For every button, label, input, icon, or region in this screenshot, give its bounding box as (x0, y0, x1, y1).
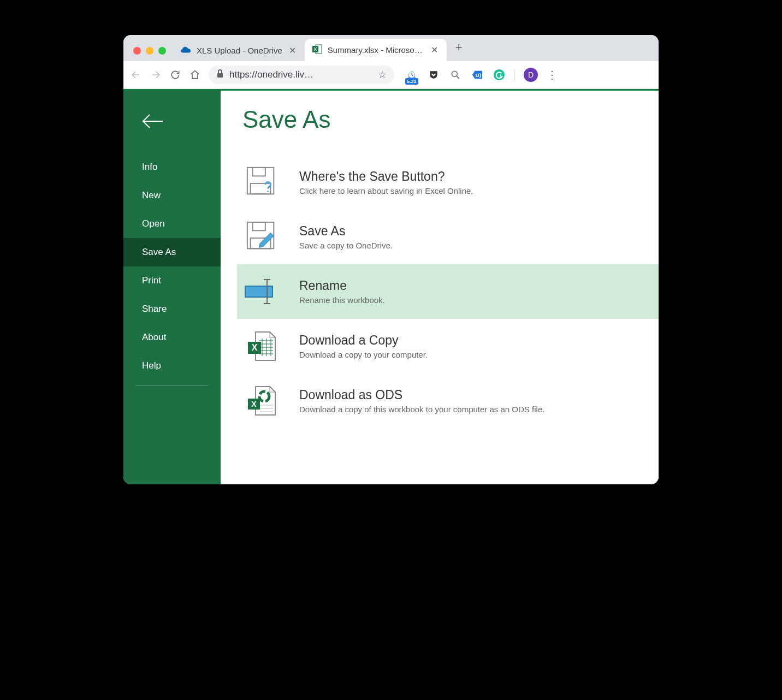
option-title: Save As (299, 224, 393, 239)
tab-title: Summary.xlsx - Microsoft E (328, 45, 424, 55)
option-title: Download as ODS (299, 388, 544, 402)
svg-point-5 (452, 71, 457, 76)
close-tab-icon[interactable]: ✕ (288, 45, 297, 56)
option-title: Where's the Save Button? (299, 169, 473, 184)
home-button[interactable] (189, 69, 201, 81)
svg-text:X: X (313, 46, 317, 52)
option-text: Download as ODS Download a copy of this … (299, 388, 544, 414)
option-desc: Download a copy of this workbook to your… (299, 405, 544, 414)
new-tab-button[interactable]: + (447, 37, 469, 61)
clock-extension-icon[interactable]: 5.31 (405, 68, 418, 81)
sidebar-item-save-as[interactable]: Save As (123, 238, 221, 266)
sidebar-label: Info (142, 162, 157, 172)
browser-window: XLS Upload - OneDrive ✕ X Summary.xlsx -… (123, 35, 659, 484)
browser-tab-1[interactable]: X Summary.xlsx - Microsoft E ✕ (305, 39, 447, 61)
sidebar-label: About (142, 332, 166, 342)
close-window-button[interactable] (133, 47, 141, 55)
excel-icon: X (312, 44, 322, 56)
star-icon[interactable]: ☆ (378, 69, 387, 81)
minimize-window-button[interactable] (146, 47, 153, 55)
browser-menu-button[interactable]: ⋮ (547, 68, 558, 81)
address-bar: https://onedrive.liv… ☆ 5.31 B) D (123, 61, 659, 89)
ods-download-icon: X (242, 383, 282, 418)
option-title: Rename (299, 278, 385, 293)
option-rename[interactable]: Rename Rename this workbook. (237, 264, 659, 319)
option-text: Rename Rename this workbook. (299, 278, 385, 305)
maximize-window-button[interactable] (158, 47, 166, 55)
option-text: Save As Save a copy to OneDrive. (299, 224, 393, 250)
option-download-ods[interactable]: X Download as ODS Download a copy of thi… (242, 373, 659, 428)
option-text: Download a Copy Download a copy to your … (299, 333, 428, 359)
save-question-icon (242, 165, 282, 200)
tab-strip: XLS Upload - OneDrive ✕ X Summary.xlsx -… (123, 35, 659, 61)
sidebar-label: New (142, 190, 161, 200)
extensions-row: 5.31 B) D ⋮ (405, 68, 558, 82)
sidebar-label: Help (142, 360, 161, 371)
option-text: Where's the Save Button? Click here to l… (299, 169, 473, 195)
svg-text:X: X (251, 400, 257, 408)
grammarly-extension-icon[interactable] (493, 68, 506, 81)
pocket-extension-icon[interactable] (427, 68, 440, 81)
excel-download-icon: X (242, 329, 282, 364)
back-button[interactable] (130, 69, 142, 81)
sidebar-item-print[interactable]: Print (123, 266, 221, 295)
avatar-letter: D (528, 70, 534, 79)
option-desc: Rename this workbook. (299, 295, 385, 305)
reload-button[interactable] (169, 69, 181, 81)
extension-badge: 5.31 (405, 78, 418, 85)
blue-extension-icon[interactable]: B) (471, 68, 484, 81)
profile-avatar[interactable]: D (524, 68, 538, 82)
backstage-content: Save As Where's the Save Button? Click h… (221, 91, 659, 484)
save-pencil-icon (242, 220, 282, 254)
url-text: https://onedrive.liv… (229, 69, 372, 80)
url-input[interactable]: https://onedrive.liv… ☆ (209, 66, 394, 84)
separator (514, 69, 515, 81)
sidebar-label: Share (142, 304, 167, 314)
forward-button[interactable] (150, 69, 162, 81)
lock-icon (216, 69, 224, 81)
sidebar-item-share[interactable]: Share (123, 295, 221, 323)
option-desc: Save a copy to OneDrive. (299, 241, 393, 250)
option-title: Download a Copy (299, 333, 428, 348)
onedrive-icon (180, 46, 191, 55)
sidebar-item-open[interactable]: Open (123, 210, 221, 238)
sidebar-item-new[interactable]: New (123, 181, 221, 210)
sidebar-label: Open (142, 218, 165, 229)
svg-rect-8 (247, 168, 274, 194)
sidebar-item-about[interactable]: About (123, 323, 221, 352)
svg-rect-14 (245, 286, 272, 297)
option-desc: Click here to learn about saving in Exce… (299, 186, 473, 195)
option-download-copy[interactable]: X Download a Copy Download a copy to you… (242, 319, 659, 373)
backstage-sidebar: Info New Open Save As Print Share About … (123, 91, 221, 484)
svg-text:X: X (252, 343, 258, 352)
browser-tab-0[interactable]: XLS Upload - OneDrive ✕ (173, 40, 305, 61)
svg-rect-12 (253, 222, 265, 231)
tab-title: XLS Upload - OneDrive (197, 46, 282, 55)
option-save-as[interactable]: Save As Save a copy to OneDrive. (242, 210, 659, 264)
sidebar-label: Save As (142, 247, 176, 257)
rename-icon (242, 274, 282, 309)
sidebar-separator (135, 385, 209, 386)
option-where-save-button[interactable]: Where's the Save Button? Click here to l… (242, 155, 659, 210)
back-arrow-button[interactable] (123, 103, 221, 153)
search-extension-icon[interactable] (449, 68, 462, 81)
option-desc: Download a copy to your computer. (299, 350, 428, 359)
window-controls (130, 47, 173, 61)
excel-backstage: Info New Open Save As Print Share About … (123, 89, 659, 484)
svg-rect-9 (253, 168, 265, 176)
svg-rect-3 (217, 73, 223, 78)
sidebar-item-info[interactable]: Info (123, 153, 221, 181)
sidebar-item-help[interactable]: Help (123, 352, 221, 380)
page-title: Save As (242, 106, 659, 133)
close-tab-icon[interactable]: ✕ (430, 45, 439, 55)
sidebar-label: Print (142, 275, 161, 286)
svg-text:B): B) (476, 72, 481, 78)
